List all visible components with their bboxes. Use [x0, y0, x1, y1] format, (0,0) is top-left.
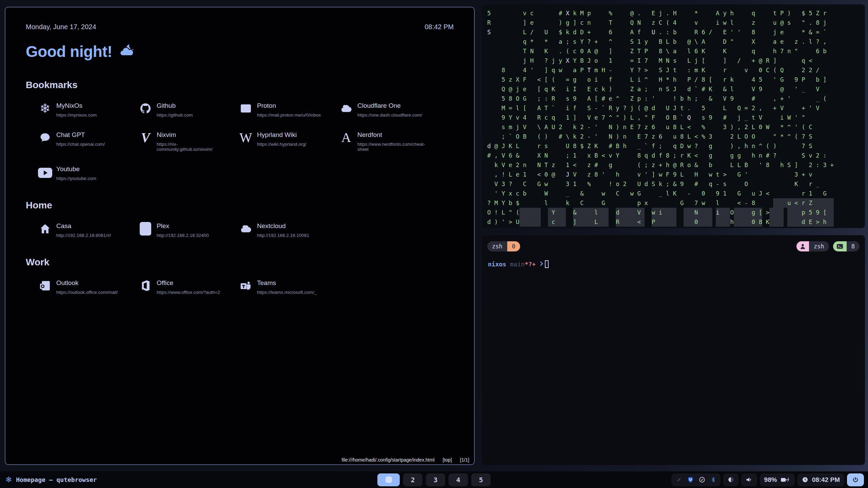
section-title: Home	[26, 200, 454, 211]
active-workspace-dot	[386, 476, 392, 483]
power-button[interactable]	[847, 473, 864, 486]
desktop: Monday, June 17, 2024 08:42 PM Good nigh…	[0, 0, 868, 488]
bookmark-name: Github	[157, 102, 193, 109]
night-light-module[interactable]	[723, 473, 738, 486]
bookmark-name: Outlook	[56, 279, 118, 287]
snowflake-icon: ❄	[38, 101, 52, 116]
section-bookmarks: Bookmarks❄MyNixOshttps://mynixos.comGith…	[26, 80, 454, 181]
bookmark-proton[interactable]: Protonhttps://mail.proton.me/u/0/inbox	[226, 101, 327, 118]
prompt-chevron-icon	[539, 261, 544, 268]
bookmark-name: Hyprland Wiki	[257, 131, 307, 139]
bookmark-nextcloud[interactable]: Nextcloudhttp://192.168.2.16:10081	[226, 222, 327, 238]
qutebrowser-window: Monday, June 17, 2024 08:42 PM Good nigh…	[5, 7, 475, 465]
battery-module[interactable]: 98%	[760, 473, 795, 486]
bookmark-name: Nerdfont	[357, 131, 427, 139]
battery-percent: 98%	[764, 476, 777, 484]
bookmark-name: Nextcloud	[257, 222, 309, 230]
workspace-3[interactable]: 3	[426, 473, 445, 486]
bookmark-url: https://www.nerdfonts.com/cheat-sheet	[357, 142, 427, 152]
bookmark-url: https://teams.microsoft.com/_	[257, 290, 317, 295]
bookmark-url: https://www.office.com/?auth=2	[157, 290, 220, 295]
taskbar: ❄ Homepage — qutebrowser 2345	[0, 471, 868, 488]
startpage-date: Monday, June 17, 2024	[26, 23, 96, 31]
cmatrix-output: 5 v c # X k M p % @ . E j . H * A y h q …	[482, 4, 865, 228]
night-light-icon	[728, 476, 734, 483]
terminal-cursor	[545, 260, 549, 268]
cloud-icon	[339, 101, 353, 116]
bookmark-name: Nixvim	[157, 131, 226, 139]
workspace-1-active[interactable]	[377, 473, 400, 486]
statusbar-url: file:///home/hadi/.config/startpage/inde…	[342, 457, 435, 463]
workspace-2[interactable]: 2	[403, 473, 422, 486]
qutebrowser-statusbar: file:///home/hadi/.config/startpage/inde…	[342, 457, 469, 463]
terminal-cmatrix-window: 5 v c # X k M p % @ . E j . H * A y h q …	[482, 4, 865, 228]
chat-bubble-icon	[38, 130, 52, 145]
nixos-logo-icon: ❄	[5, 476, 12, 484]
bookmark-casa[interactable]: Casahttp://192.168.2.16:8081/#/	[26, 222, 126, 238]
bookmark-mynixos[interactable]: ❄MyNixOshttps://mynixos.com	[26, 101, 126, 118]
prompt-git-status: *?+	[525, 261, 536, 268]
bookmark-name: Casa	[56, 222, 111, 230]
envelope-icon	[239, 101, 253, 116]
cloud-icon	[239, 222, 253, 236]
workspace-5[interactable]: 5	[471, 473, 491, 486]
tab-name: zsh	[487, 241, 507, 251]
bookmark-nerdfont[interactable]: ANerdfonthttps://www.nerdfonts.com/cheat…	[327, 130, 427, 152]
bookmark-url: https://wiki.hyprland.org/	[257, 142, 307, 147]
bookmark-name: MyNixOs	[56, 102, 97, 109]
plex-icon	[138, 222, 153, 236]
startpage-time: 08:42 PM	[425, 23, 454, 31]
bookmark-chat-gpt[interactable]: Chat GPThttps://chat.openai.com/	[26, 130, 126, 152]
bookmark-url: https://github.com	[157, 113, 193, 118]
bookmark-hyprland-wiki[interactable]: WHyprland Wikihttps://wiki.hyprland.org/	[226, 130, 327, 152]
workspace-4[interactable]: 4	[449, 473, 468, 486]
bookmark-plex[interactable]: Plexhttp://192.168.2.16:32400	[126, 222, 226, 238]
bookmark-url: https://one.dash.cloudflare.com/	[357, 113, 422, 118]
volume-icon	[746, 476, 753, 483]
workspace-switcher: 2345	[377, 473, 491, 486]
bookmark-name: Youtube	[56, 165, 96, 173]
shield-security-icon[interactable]	[687, 476, 694, 483]
bookmark-youtube[interactable]: Youtubehttps://youtube.com	[26, 165, 126, 181]
bookmark-url: http://192.168.2.16:32400	[157, 233, 209, 238]
serif-a-icon: A	[339, 130, 353, 145]
battery-charging-icon	[780, 476, 790, 484]
bookmark-name: Office	[157, 279, 220, 287]
volume-module[interactable]	[741, 473, 757, 486]
bookmark-url: https://youtube.com	[56, 176, 96, 181]
bookmark-cloudflare-one[interactable]: Cloudflare Onehttps://one.dash.cloudflar…	[327, 101, 427, 118]
prompt-host: nixos	[488, 261, 506, 268]
clock-module[interactable]: 08:42 PM	[797, 473, 844, 486]
house-icon	[38, 222, 52, 236]
bookmark-name: Chat GPT	[56, 131, 105, 139]
outlook-icon	[38, 279, 52, 293]
section-title: Bookmarks	[26, 80, 454, 90]
bluetooth-icon[interactable]	[710, 476, 716, 483]
bookmark-outlook[interactable]: Outlookhttps://outlook.office.com/mail/	[26, 279, 126, 295]
session-pane-pill: 8	[833, 241, 860, 251]
bookmark-name: Teams	[257, 279, 317, 287]
shell-prompt[interactable]: nixos main *?+	[488, 260, 865, 268]
nixvim-v-icon: V	[138, 130, 153, 145]
bookmark-nixvim[interactable]: VNixvimhttps://nix-community.github.io/n…	[126, 130, 226, 152]
office-icon	[138, 279, 153, 293]
bookmark-github[interactable]: Githubhttps://github.com	[126, 101, 226, 118]
terminal-zsh-window: zsh 0 zsh 8 nixos	[482, 235, 865, 465]
section-work: WorkOutlookhttps://outlook.office.com/ma…	[26, 257, 454, 295]
bookmark-url: https://outlook.office.com/mail/	[56, 290, 118, 295]
update-check-icon[interactable]	[699, 476, 705, 483]
bookmark-office[interactable]: Officehttps://www.office.com/?auth=2	[126, 279, 226, 295]
youtube-icon	[38, 165, 52, 179]
tab-zsh[interactable]: zsh 0	[487, 241, 520, 251]
clock-icon	[802, 476, 808, 483]
statusbar-tab-counter: [1/1]	[460, 457, 469, 463]
systray-module[interactable]	[671, 473, 721, 486]
user-icon	[796, 241, 809, 251]
taskbar-window-module[interactable]: ❄ Homepage — qutebrowser	[5, 476, 97, 484]
bookmark-teams[interactable]: Teamshttps://teams.microsoft.com/_	[226, 279, 327, 295]
bookmark-name: Cloudflare One	[357, 102, 422, 109]
moon-cloud-icon	[118, 42, 135, 61]
section-title: Work	[26, 257, 454, 268]
session-user-pill: zsh	[796, 241, 829, 251]
kdeconnect-icon[interactable]	[676, 476, 682, 483]
